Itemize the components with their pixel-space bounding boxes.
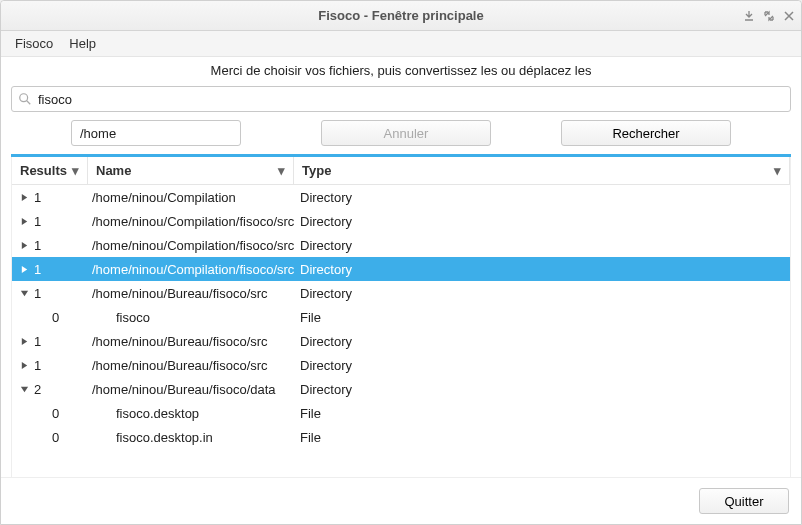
name-cell: /home/ninou/Compilation/fisoco/src	[88, 262, 294, 277]
window-title: Fisoco - Fenêtre principale	[318, 8, 483, 23]
maximize-icon[interactable]	[763, 10, 775, 22]
cancel-button: Annuler	[321, 120, 491, 146]
main-window: Fisoco - Fenêtre principale Fisoco Help …	[0, 0, 802, 525]
tree-row[interactable]: 1/home/ninou/Bureau/fisoco/srcDirectory	[12, 281, 790, 305]
type-cell: Directory	[294, 334, 790, 349]
result-count: 1	[32, 238, 41, 253]
name-cell: /home/ninou/Bureau/fisoco/src	[88, 358, 294, 373]
expand-icon[interactable]	[18, 217, 30, 226]
name-cell: /home/ninou/Bureau/fisoco/data	[88, 382, 294, 397]
close-icon[interactable]	[783, 10, 795, 22]
type-cell: File	[294, 406, 790, 421]
type-cell: File	[294, 430, 790, 445]
expand-icon[interactable]	[18, 361, 30, 370]
name-cell: /home/ninou/Bureau/fisoco/src	[88, 286, 294, 301]
result-count: 1	[32, 262, 41, 277]
type-cell: Directory	[294, 262, 790, 277]
name-cell: /home/ninou/Compilation	[88, 190, 294, 205]
expand-icon[interactable]	[18, 193, 30, 202]
result-count: 1	[32, 358, 41, 373]
results-cell: 2	[12, 382, 88, 397]
type-cell: File	[294, 310, 790, 325]
footer: Quitter	[1, 477, 801, 524]
path-input[interactable]: /home	[71, 120, 241, 146]
tree-child-row[interactable]: 0fisoco.desktopFile	[12, 401, 790, 425]
tree-row[interactable]: 1/home/ninou/Bureau/fisoco/srcDirectory	[12, 329, 790, 353]
type-cell: Directory	[294, 286, 790, 301]
tree-row[interactable]: 2/home/ninou/Bureau/fisoco/dataDirectory	[12, 377, 790, 401]
results-cell: 1	[12, 238, 88, 253]
name-cell: /home/ninou/Compilation/fisoco/src	[88, 214, 294, 229]
tree-body[interactable]: 1/home/ninou/CompilationDirectory1/home/…	[12, 185, 790, 477]
tree-row[interactable]: 1/home/ninou/Compilation/fisoco/srcDirec…	[12, 233, 790, 257]
expand-icon[interactable]	[18, 265, 30, 274]
result-count: 1	[32, 190, 41, 205]
search-input[interactable]: fisoco	[11, 86, 791, 112]
expand-icon[interactable]	[18, 337, 30, 346]
collapse-icon[interactable]	[18, 289, 30, 298]
type-cell: Directory	[294, 382, 790, 397]
tree-row[interactable]: 1/home/ninou/Compilation/fisoco/srcDirec…	[12, 257, 790, 281]
type-cell: Directory	[294, 214, 790, 229]
results-cell: 1	[12, 358, 88, 373]
sort-arrow-icon: ▾	[72, 163, 79, 178]
column-type[interactable]: Type ▾	[294, 157, 790, 184]
expand-icon[interactable]	[18, 241, 30, 250]
name-cell: /home/ninou/Bureau/fisoco/src	[88, 334, 294, 349]
results-cell: 1	[12, 262, 88, 277]
results-tree: Results ▾ Name ▾ Type ▾ 1/home/ninou/Com…	[11, 157, 791, 477]
results-cell: 0	[12, 310, 88, 325]
result-count: 1	[32, 334, 41, 349]
tree-row[interactable]: 1/home/ninou/Compilation/fisoco/srcDirec…	[12, 209, 790, 233]
menu-help[interactable]: Help	[61, 32, 104, 55]
results-cell: 1	[12, 214, 88, 229]
results-cell: 0	[12, 430, 88, 445]
result-count: 0	[50, 406, 59, 421]
type-cell: Directory	[294, 190, 790, 205]
results-cell: 1	[12, 190, 88, 205]
instruction-text: Merci de choisir vos fichiers, puis conv…	[1, 57, 801, 82]
result-count: 1	[32, 286, 41, 301]
menubar: Fisoco Help	[1, 31, 801, 57]
svg-point-0	[20, 94, 28, 102]
name-cell: /home/ninou/Compilation/fisoco/src	[88, 238, 294, 253]
menu-fisoco[interactable]: Fisoco	[7, 32, 61, 55]
titlebar: Fisoco - Fenêtre principale	[1, 1, 801, 31]
svg-line-1	[27, 101, 31, 105]
tree-row[interactable]: 1/home/ninou/CompilationDirectory	[12, 185, 790, 209]
results-cell: 1	[12, 334, 88, 349]
type-cell: Directory	[294, 238, 790, 253]
window-controls	[743, 10, 795, 22]
result-count: 0	[50, 430, 59, 445]
tree-child-row[interactable]: 0fisocoFile	[12, 305, 790, 329]
tree-child-row[interactable]: 0fisoco.desktop.inFile	[12, 425, 790, 449]
tree-header: Results ▾ Name ▾ Type ▾	[12, 157, 790, 185]
name-cell: fisoco.desktop	[88, 406, 294, 421]
sort-arrow-icon: ▾	[278, 163, 285, 178]
name-cell: fisoco	[88, 310, 294, 325]
search-value: fisoco	[38, 92, 72, 107]
tree-row[interactable]: 1/home/ninou/Bureau/fisoco/srcDirectory	[12, 353, 790, 377]
path-value: /home	[80, 126, 116, 141]
type-cell: Directory	[294, 358, 790, 373]
minimize-icon[interactable]	[743, 10, 755, 22]
collapse-icon[interactable]	[18, 385, 30, 394]
results-cell: 0	[12, 406, 88, 421]
name-cell: fisoco.desktop.in	[88, 430, 294, 445]
result-count: 1	[32, 214, 41, 229]
sort-arrow-icon: ▾	[774, 163, 781, 178]
search-icon	[18, 92, 32, 106]
search-button[interactable]: Rechercher	[561, 120, 731, 146]
result-count: 0	[50, 310, 59, 325]
results-cell: 1	[12, 286, 88, 301]
quit-button[interactable]: Quitter	[699, 488, 789, 514]
column-name[interactable]: Name ▾	[88, 157, 294, 184]
result-count: 2	[32, 382, 41, 397]
column-results[interactable]: Results ▾	[12, 157, 88, 184]
